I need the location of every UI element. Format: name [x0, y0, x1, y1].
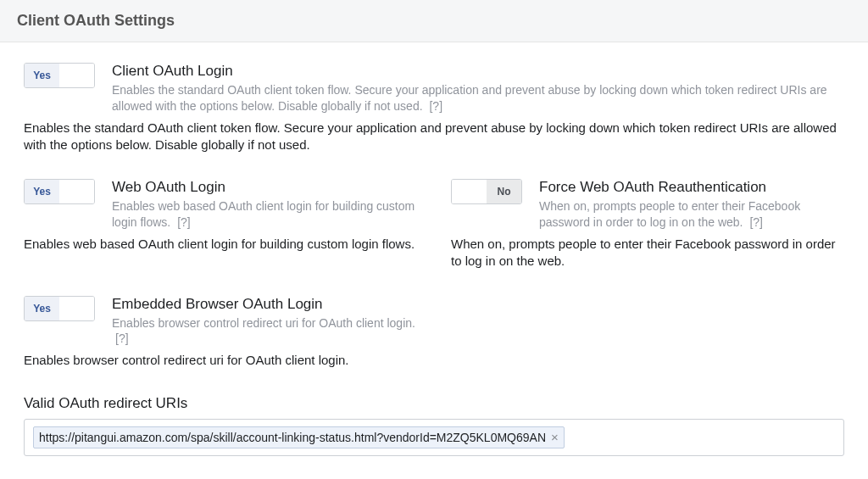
- web-oauth-login-toggle[interactable]: Yes No: [24, 179, 95, 204]
- client-oauth-login-toggle[interactable]: Yes No: [24, 63, 95, 88]
- toggle-yes-label: Yes: [25, 64, 59, 87]
- help-icon[interactable]: [?]: [115, 331, 129, 345]
- redirect-uris-input[interactable]: https://pitangui.amazon.com/spa/skill/ac…: [24, 419, 844, 456]
- toggle-yes-label: Yes: [25, 180, 59, 203]
- help-icon[interactable]: [?]: [177, 215, 191, 229]
- embedded-oauth-desc: Enables browser control redirect uri for…: [112, 315, 417, 348]
- web-oauth-login-extra: Enables web based OAuth client login for…: [24, 236, 417, 253]
- redirect-uris-label: Valid OAuth redirect URIs: [24, 395, 844, 412]
- remove-token-icon[interactable]: ×: [551, 431, 559, 443]
- web-oauth-login-title: Web OAuth Login: [112, 179, 417, 196]
- toggle-no-label: No: [59, 297, 94, 320]
- toggle-no-label: No: [487, 180, 521, 203]
- toggle-yes-label: Yes: [25, 297, 59, 320]
- force-reauth-desc: When on, prompts people to enter their F…: [539, 198, 844, 231]
- client-oauth-login-desc: Enables the standard OAuth client token …: [112, 82, 844, 114]
- force-reauth-title: Force Web OAuth Reauthentication: [539, 179, 844, 196]
- toggle-yes-label: Yes: [452, 180, 487, 203]
- toggle-no-label: No: [59, 180, 94, 203]
- embedded-oauth-toggle[interactable]: Yes No: [24, 296, 95, 321]
- help-icon[interactable]: [?]: [429, 99, 442, 113]
- force-reauth-toggle[interactable]: Yes No: [451, 179, 522, 204]
- embedded-oauth-title: Embedded Browser OAuth Login: [112, 296, 417, 313]
- page-title: Client OAuth Settings: [17, 12, 851, 30]
- embedded-oauth-extra: Enables browser control redirect uri for…: [24, 352, 417, 369]
- settings-header: Client OAuth Settings: [0, 0, 868, 42]
- uri-token-text: https://pitangui.amazon.com/spa/skill/ac…: [39, 431, 546, 444]
- force-reauth-extra: When on, prompts people to enter their F…: [451, 236, 844, 270]
- client-oauth-login-extra: Enables the standard OAuth client token …: [24, 120, 844, 154]
- web-oauth-login-desc: Enables web based OAuth client login for…: [112, 198, 417, 231]
- uri-token[interactable]: https://pitangui.amazon.com/spa/skill/ac…: [33, 426, 565, 448]
- help-icon[interactable]: [?]: [749, 215, 763, 229]
- client-oauth-login-title: Client OAuth Login: [112, 63, 844, 80]
- toggle-no-label: No: [59, 64, 94, 87]
